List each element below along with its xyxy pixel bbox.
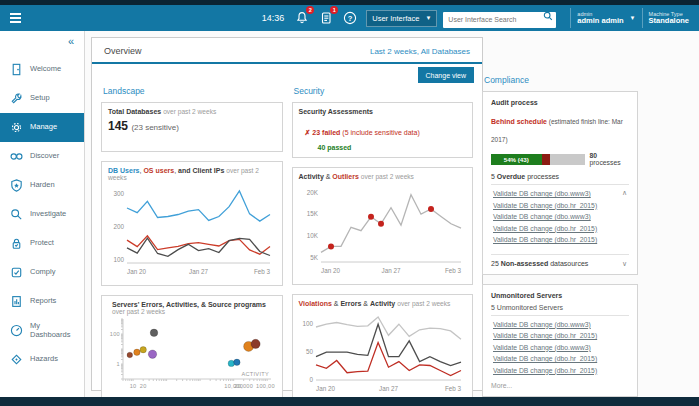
chevron-down-icon: ▼ <box>630 15 636 21</box>
servers-chart-title: Servers' Errors, Activities, & Source pr… <box>108 301 276 315</box>
unmonitored-servers-list: Validate DB change (dbo.www3)Validate DB… <box>491 320 629 381</box>
user-role: admin <box>577 11 623 17</box>
db-users-chart-title: DB Users, OS users, and Client IPs over … <box>108 167 276 181</box>
audit-process-card: Audit process Behind schedule (estimated… <box>482 91 638 275</box>
search-icon[interactable] <box>543 11 553 21</box>
unmonitored-count: 5 Unmonitored Servers <box>491 304 629 311</box>
overdue-process-link[interactable]: Validate DB change (dbo.www3) <box>493 213 629 220</box>
svg-text:10K: 10K <box>306 232 318 239</box>
topbar: 14:36 2 1 ? User Interface ▼ <box>0 5 699 31</box>
topbar-search <box>443 8 556 28</box>
security-assessments-card: Security Assessments ✗ 23 failed (5 incl… <box>292 102 474 158</box>
violations-errors-card: Violations & Errors & Activity over past… <box>292 294 474 403</box>
overdue-process-link[interactable]: Validate DB change (dbo.hr_2015) <box>493 225 629 232</box>
security-column: Security Security Assessments ✗ 23 faile… <box>292 84 474 406</box>
tab-overview[interactable]: Overview <box>104 46 142 56</box>
svg-text:ACTIVITY: ACTIVITY <box>241 371 269 377</box>
nav-scope-label: User Interface <box>372 14 419 23</box>
overdue-process-link[interactable]: Validate DB change (dbo.hr_2015) <box>493 236 629 243</box>
activity-outliers-line-chart: 5K10K15K20KJan 20Jan 27Feb 3 <box>299 180 466 275</box>
user-name: admin admin <box>577 17 623 26</box>
unmonitored-server-link[interactable]: Validate DB change (dbo.hr_2015) <box>493 367 629 374</box>
sidebar-item-manage[interactable]: Manage <box>0 113 84 142</box>
machine-type-label: Machine Type <box>649 11 689 17</box>
sidebar-item-harden[interactable]: Harden <box>0 171 84 200</box>
machine-type: Machine Type Standalone <box>649 11 689 26</box>
time-database-filter-link[interactable]: Last 2 weeks, All Databases <box>370 47 470 56</box>
total-databases-value: 145 (23 sensitive) <box>108 119 276 133</box>
report-icon <box>9 294 24 309</box>
hamburger-menu-icon[interactable] <box>10 13 21 23</box>
progress-complete-segment: 54% (43) <box>491 154 542 165</box>
svg-text:?: ? <box>348 14 353 23</box>
help-icon[interactable]: ? <box>342 10 358 26</box>
svg-text:20,000: 20,000 <box>234 383 253 389</box>
unmonitored-server-link[interactable]: Validate DB change (dbo.www3) <box>493 344 629 351</box>
notifications-bell-icon[interactable]: 2 <box>294 10 310 26</box>
overdue-processes-header: 5 Overdue processes <box>491 173 629 180</box>
sidebar-item-investigate[interactable]: Investigate <box>0 200 84 229</box>
svg-text:10: 10 <box>130 383 137 389</box>
svg-text:Jan 20: Jan 20 <box>127 268 146 275</box>
progress-overdue-segment <box>542 154 550 165</box>
svg-text:100: 100 <box>113 256 124 263</box>
audit-status: Behind schedule <box>491 118 547 125</box>
sidebar-item-reports[interactable]: Reports <box>0 287 84 316</box>
overdue-process-link[interactable]: Validate DB change (dbo.hr_2015) <box>493 202 629 209</box>
checkbox-icon <box>9 265 24 280</box>
svg-text:Jan 27: Jan 27 <box>379 385 398 392</box>
lock-icon <box>9 236 24 251</box>
activity-outliers-title: Activity & Outliers over past 2 weeks <box>299 173 467 180</box>
svg-text:Jan 27: Jan 27 <box>189 268 208 275</box>
sidebar-item-my-dashboards[interactable]: My Dashboards <box>0 316 84 345</box>
sidebar-item-discover[interactable]: Discover <box>0 142 84 171</box>
collapse-chevron-icon[interactable]: ∧ <box>622 189 627 197</box>
svg-text:Feb 3: Feb 3 <box>254 268 271 275</box>
svg-text:15K: 15K <box>306 210 318 217</box>
sidebar-item-hazards[interactable]: Hazards <box>0 345 84 374</box>
non-assessed-row[interactable]: 25 Non-assessed datasources ∨ <box>491 260 629 267</box>
nav-scope-dropdown[interactable]: User Interface ▼ <box>366 10 437 27</box>
unmonitored-server-link[interactable]: Validate DB change (dbo.hr_2015) <box>493 332 629 339</box>
svg-text:5K: 5K <box>310 254 319 261</box>
landscape-column: Landscape Total Databases over past 2 we… <box>101 84 283 406</box>
expand-chevron-icon[interactable]: ∨ <box>622 260 627 268</box>
user-menu[interactable]: admin admin admin ▼ <box>577 11 635 26</box>
more-link[interactable]: More... <box>491 382 629 389</box>
tasks-icon[interactable]: 1 <box>318 10 334 26</box>
unmonitored-server-link[interactable]: Validate DB change (dbo.hr_2015) <box>493 355 629 362</box>
window-bottom-strip <box>0 397 699 406</box>
overview-panel: Overview Last 2 weeks, All Databases Cha… <box>91 37 483 391</box>
search-input[interactable] <box>443 12 556 28</box>
unmonitored-server-link[interactable]: Validate DB change (dbo.www3) <box>493 321 629 328</box>
hazard-diamond-icon <box>9 352 24 367</box>
svg-text:100,000: 100,000 <box>256 383 275 389</box>
svg-text:Feb 3: Feb 3 <box>444 267 461 274</box>
sidebar-item-setup[interactable]: Setup <box>0 84 84 113</box>
sidebar-item-welcome[interactable]: Welcome <box>0 55 84 84</box>
magnifier-icon <box>9 207 24 222</box>
passed-assessments: 40 passed <box>318 144 467 151</box>
clock-time: 14:36 <box>262 13 285 23</box>
sidebar-collapse-button[interactable]: « <box>0 31 84 55</box>
svg-text:Jan 20: Jan 20 <box>321 267 340 274</box>
svg-text:Jan 20: Jan 20 <box>316 385 335 392</box>
overdue-process-link[interactable]: Validate DB change (dbo.www3) <box>493 190 629 197</box>
svg-text:50: 50 <box>305 348 313 355</box>
svg-text:100: 100 <box>302 320 313 327</box>
sidebar-item-protect[interactable]: Protect <box>0 229 84 258</box>
sidebar-item-comply[interactable]: Comply <box>0 258 84 287</box>
svg-text:300: 300 <box>113 190 124 197</box>
sidebar: « Welcome Setup Manage Discover Harden I… <box>0 31 85 397</box>
violations-errors-line-chart: 050100Jan 20Jan 27Feb 3 <box>299 307 466 393</box>
svg-text:Jan 27: Jan 27 <box>381 267 400 274</box>
audit-progress-bar: 54% (43) <box>491 154 585 165</box>
svg-text:20K: 20K <box>306 189 318 196</box>
binoculars-icon <box>9 149 24 164</box>
svg-text:200: 200 <box>113 223 124 230</box>
db-users-chart-card: DB Users, OS users, and Client IPs over … <box>101 161 283 286</box>
machine-type-value: Standalone <box>649 17 689 26</box>
change-view-button[interactable]: Change view <box>418 67 474 83</box>
tasks-badge: 1 <box>330 6 338 14</box>
chevron-down-icon: ▼ <box>425 15 431 21</box>
